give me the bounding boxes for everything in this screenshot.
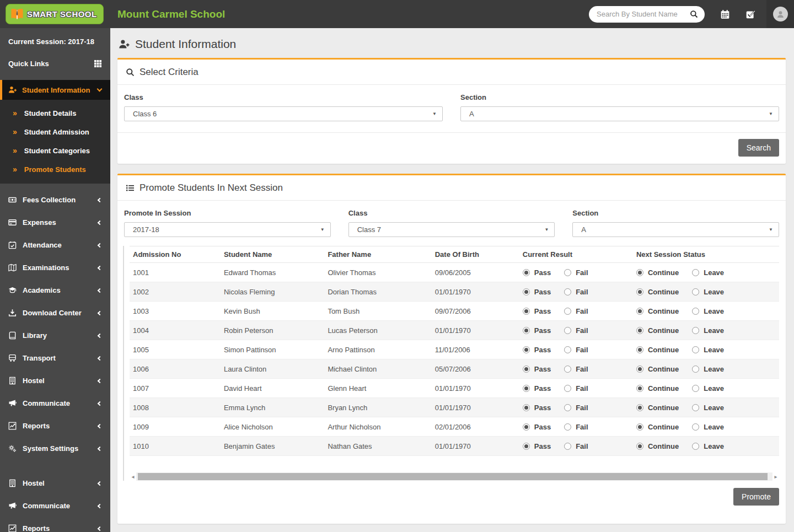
table-row: 1004Robin PetersonLucas Peterson01/01/19…: [130, 321, 779, 340]
leave-radio[interactable]: [692, 308, 699, 315]
app-logo[interactable]: SMART SCHOOL: [6, 4, 104, 24]
fail-radio[interactable]: [564, 346, 571, 353]
sidebar-item-reports[interactable]: Reports: [0, 415, 110, 437]
gears-icon: [8, 444, 17, 453]
pass-radio[interactable]: [523, 423, 530, 431]
fail-radio[interactable]: [564, 308, 571, 315]
caret-down-icon: ▼: [544, 227, 549, 232]
sidebar-item-reports[interactable]: Reports: [0, 517, 110, 532]
submenu-item-student-categories[interactable]: »Student Categories: [0, 141, 110, 160]
promote-button[interactable]: Promote: [733, 488, 779, 506]
student-search-input[interactable]: [597, 10, 690, 18]
leave-radio[interactable]: [692, 423, 699, 431]
user-avatar[interactable]: [773, 7, 788, 22]
scrollbar-thumb[interactable]: [138, 473, 768, 480]
pass-radio[interactable]: [523, 308, 530, 315]
radio-label: Pass: [534, 365, 551, 373]
next-session-status-cell: ContinueLeave: [633, 340, 779, 359]
scrollbar-track[interactable]: [136, 472, 772, 481]
calendar-icon[interactable]: [720, 9, 730, 19]
fail-radio[interactable]: [564, 366, 571, 373]
column-header-admission-no: Admission No: [130, 246, 221, 263]
pass-radio[interactable]: [523, 327, 530, 334]
class-select[interactable]: Class 6▼: [124, 106, 443, 121]
continue-radio[interactable]: [636, 366, 643, 373]
fail-radio[interactable]: [564, 269, 571, 276]
sidebar-item-student-information[interactable]: Student Information: [0, 80, 110, 100]
caret-down-icon: ▼: [769, 111, 773, 116]
pass-radio[interactable]: [523, 385, 530, 392]
search-icon[interactable]: [690, 10, 698, 18]
continue-radio[interactable]: [636, 269, 643, 276]
grid-icon[interactable]: [94, 60, 102, 68]
leave-radio[interactable]: [692, 385, 699, 392]
radio-label: Pass: [534, 404, 551, 412]
scroll-right-arrow-icon[interactable]: ▸: [772, 472, 779, 481]
continue-radio[interactable]: [636, 404, 643, 411]
pass-radio[interactable]: [523, 288, 530, 295]
leave-radio[interactable]: [692, 269, 699, 276]
class-select[interactable]: Class 7▼: [348, 222, 555, 237]
selected-value: Class 7: [357, 225, 545, 234]
fail-radio[interactable]: [564, 288, 571, 295]
sidebar-item-communicate[interactable]: Communicate: [0, 392, 110, 415]
admission-no-cell: 1004: [130, 321, 221, 340]
leave-radio[interactable]: [692, 443, 699, 450]
sidebar-item-hostel[interactable]: Hostel: [0, 369, 110, 392]
tasks-icon[interactable]: [745, 9, 755, 19]
promote-in-session-select[interactable]: 2017-18▼: [124, 222, 331, 237]
sidebar-item-system-settings[interactable]: System Settings: [0, 437, 110, 460]
sidebar-item-examinations[interactable]: Examinations: [0, 256, 110, 279]
leave-radio[interactable]: [692, 346, 699, 353]
section-select[interactable]: A▼: [572, 222, 779, 237]
submenu-item-promote-students[interactable]: »Promote Students: [0, 160, 110, 179]
continue-radio[interactable]: [636, 385, 643, 392]
sidebar-item-communicate[interactable]: Communicate: [0, 495, 110, 517]
submenu-item-student-admission[interactable]: »Student Admission: [0, 122, 110, 141]
sidebar-item-transport[interactable]: Transport: [0, 347, 110, 369]
scroll-left-arrow-icon[interactable]: ◂: [130, 472, 136, 481]
chevron-left-icon: [98, 197, 102, 202]
pass-radio[interactable]: [523, 346, 530, 353]
quick-links[interactable]: Quick Links: [0, 53, 110, 75]
fail-radio[interactable]: [564, 327, 571, 334]
sidebar-item-fees-collection[interactable]: Fees Collection: [0, 189, 110, 211]
fail-radio[interactable]: [564, 404, 571, 411]
student-search[interactable]: [589, 6, 705, 23]
leave-radio[interactable]: [692, 404, 699, 411]
leave-radio[interactable]: [692, 288, 699, 295]
chevron-left-icon: [98, 401, 102, 405]
sidebar-item-expenses[interactable]: Expenses: [0, 211, 110, 234]
sidebar-item-attendance[interactable]: Attendance: [0, 234, 110, 256]
sidebar-item-academics[interactable]: Academics: [0, 279, 110, 302]
section-select[interactable]: A▼: [460, 106, 779, 121]
pass-radio[interactable]: [523, 443, 530, 450]
promote-panel-header: Promote Students In Next Session: [117, 175, 786, 201]
continue-radio[interactable]: [636, 288, 643, 295]
leave-radio[interactable]: [692, 366, 699, 373]
fail-radio[interactable]: [564, 443, 571, 450]
user-menu[interactable]: [766, 0, 794, 28]
pass-radio[interactable]: [523, 404, 530, 411]
continue-radio[interactable]: [636, 327, 643, 334]
fail-radio[interactable]: [564, 423, 571, 431]
field-label: Class: [348, 209, 555, 217]
continue-radio[interactable]: [636, 423, 643, 431]
pass-radio[interactable]: [523, 366, 530, 373]
leave-radio[interactable]: [692, 327, 699, 334]
pass-radio[interactable]: [523, 269, 530, 276]
double-chevron-icon: »: [13, 127, 17, 136]
money-icon: [8, 196, 17, 204]
continue-radio[interactable]: [636, 443, 643, 450]
sidebar-item-hostel[interactable]: Hostel: [0, 472, 110, 495]
sidebar-item-download-center[interactable]: Download Center: [0, 302, 110, 324]
sidebar-menu: Fees CollectionExpensesAttendanceExamina…: [0, 189, 110, 460]
fail-option: Fail: [564, 384, 588, 393]
search-button[interactable]: Search: [738, 139, 779, 157]
continue-radio[interactable]: [636, 308, 643, 315]
fail-radio[interactable]: [564, 385, 571, 392]
submenu-item-student-details[interactable]: »Student Details: [0, 104, 110, 122]
horizontal-scrollbar[interactable]: ◂ ▸: [130, 472, 779, 481]
continue-radio[interactable]: [636, 346, 643, 353]
sidebar-item-library[interactable]: Library: [0, 324, 110, 347]
